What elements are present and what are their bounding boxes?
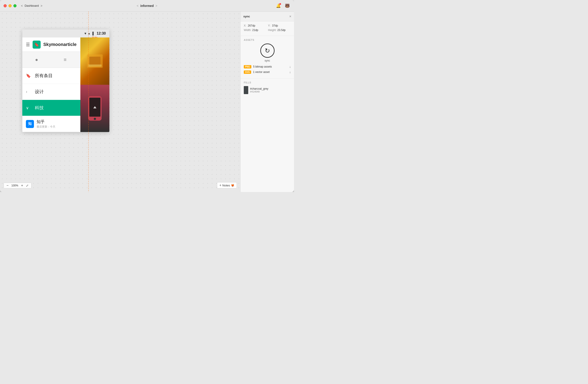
x-value: 267dp	[248, 24, 255, 27]
svg-download-button[interactable]: ↓	[289, 70, 291, 74]
hamburger-icon[interactable]: ☰	[26, 42, 30, 47]
list-icon: ≡	[64, 57, 66, 63]
png-download-button[interactable]: ↓	[289, 65, 291, 68]
x-label: X:	[244, 24, 247, 27]
fills-section: Fills #charcoal_grey #414648	[241, 78, 294, 97]
mobile-mockup: ▼ ▲ ▐ 12:30 ☰ 🔖	[22, 29, 109, 132]
title-next-button[interactable]: >	[155, 4, 157, 8]
svg-rect-2	[88, 64, 102, 67]
titlebar-right: 🔔 🐻	[275, 3, 291, 9]
close-button[interactable]	[3, 4, 7, 7]
width-coord: Width: 21dp	[244, 29, 267, 32]
notes-plus-icon: +	[219, 183, 221, 187]
bookmark-icon: 🔖	[34, 42, 39, 47]
svg-point-5	[94, 118, 96, 120]
fill-swatch	[244, 86, 248, 94]
window-title: informed	[140, 4, 154, 8]
back-button[interactable]: <	[20, 3, 24, 8]
width-value: 21dp	[252, 29, 258, 32]
traffic-lights	[3, 4, 17, 7]
y-label: Y:	[268, 24, 271, 27]
circle-icon: ●	[35, 57, 38, 63]
zoom-bar: − 100% + ⤢	[3, 183, 31, 189]
image-top	[80, 38, 109, 85]
sync-arrow-icon: ↻	[265, 47, 270, 54]
png-badge: PNG	[244, 65, 251, 68]
minimize-button[interactable]	[8, 4, 12, 7]
svg-rect-1	[89, 57, 101, 66]
category-tab-1[interactable]: ●	[35, 57, 38, 63]
signal-icon: ▲	[88, 32, 90, 35]
chevron-right-icon: ›	[26, 89, 31, 94]
zoom-level: 100%	[10, 184, 19, 187]
height-coord: Height: 23.5dp	[268, 29, 291, 32]
nav-buttons: < Dashboard >	[20, 3, 43, 8]
coordinates-section: X: 267dp Y: 37dp Width: 21dp Height: 23.…	[241, 21, 294, 36]
height-value: 23.5dp	[277, 29, 286, 32]
panel-title: sync	[243, 15, 289, 18]
fill-hex: #414648	[250, 90, 268, 93]
width-label: Width:	[244, 29, 251, 32]
notes-emoji: 🦊	[231, 184, 234, 187]
image-panel	[80, 38, 109, 132]
app-logo: 🔖	[33, 40, 41, 49]
x-coord: X: 267dp	[244, 24, 267, 27]
chevron-down-icon: ∨	[26, 105, 31, 110]
fills-label: Fills	[244, 81, 291, 84]
png-asset-info: 5 bitmap assets	[253, 65, 288, 68]
notes-bar: + Notes 🦊	[217, 182, 237, 189]
title-prev-button[interactable]: <	[137, 4, 138, 8]
zhihu-logo: 知	[26, 120, 34, 128]
bookmark-list-icon: 🔖	[26, 73, 31, 78]
forward-button[interactable]: >	[40, 3, 43, 8]
assets-label: Assets	[244, 38, 291, 41]
png-asset-row: PNG 5 bitmap assets ↓	[244, 65, 291, 68]
titlebar: < Dashboard > < informed > 🔔 🐻	[0, 0, 294, 12]
assets-section: Assets ↻ sync PNG 5 bitmap assets ↓ SVG …	[241, 36, 294, 78]
zoom-expand-button[interactable]: ⤢	[25, 184, 29, 187]
y-coord: Y: 37dp	[268, 24, 291, 27]
title-center: < informed >	[137, 4, 157, 8]
category-tab-2[interactable]: ≡	[64, 57, 66, 63]
avatar-button[interactable]: 🐻	[284, 3, 291, 9]
height-label: Height:	[268, 29, 277, 32]
panel-close-button[interactable]: ×	[289, 15, 291, 18]
asset-icon-area: ↻ sync	[244, 43, 291, 62]
canvas-area[interactable]: ▼ ▲ ▐ 12:30 ☰ 🔖	[0, 12, 240, 192]
zoom-in-button[interactable]: +	[20, 184, 24, 187]
panel-header: sync ×	[241, 12, 294, 21]
main-content: ▼ ▲ ▐ 12:30 ☰ 🔖	[0, 12, 294, 192]
fill-info: #charcoal_grey #414648	[250, 87, 268, 93]
breadcrumb: Dashboard	[24, 4, 39, 7]
svg-asset-row: SVG 1 vector asset ↓	[244, 70, 291, 74]
status-icons: ▼ ▲ ▐	[84, 32, 94, 35]
svg-badge: SVG	[244, 71, 251, 74]
app-window: < Dashboard > < informed > 🔔 🐻	[0, 0, 294, 192]
y-value: 37dp	[272, 24, 278, 27]
status-time: 12:30	[97, 31, 106, 36]
battery-icon: ▐	[91, 32, 94, 35]
wifi-icon: ▼	[84, 32, 87, 35]
right-panel: sync × X: 267dp Y: 37dp Width: 21d	[240, 12, 294, 192]
asset-icon-name: sync	[265, 59, 270, 62]
notes-button[interactable]: + Notes 🦊	[217, 182, 237, 189]
panel-coords: X: 267dp Y: 37dp Width: 21dp Height: 23.…	[244, 24, 291, 32]
fill-name: #charcoal_grey	[250, 87, 268, 90]
svg-asset-info: 1 vector asset	[253, 71, 288, 74]
zoom-out-button[interactable]: −	[6, 184, 9, 187]
notes-label: Notes	[222, 184, 230, 187]
image-bottom	[80, 85, 109, 132]
fill-row: #charcoal_grey #414648	[244, 86, 291, 94]
notification-dot	[279, 3, 281, 5]
asset-circle: ↻	[260, 43, 274, 58]
maximize-button[interactable]	[13, 4, 17, 7]
notification-button[interactable]: 🔔	[275, 3, 281, 9]
